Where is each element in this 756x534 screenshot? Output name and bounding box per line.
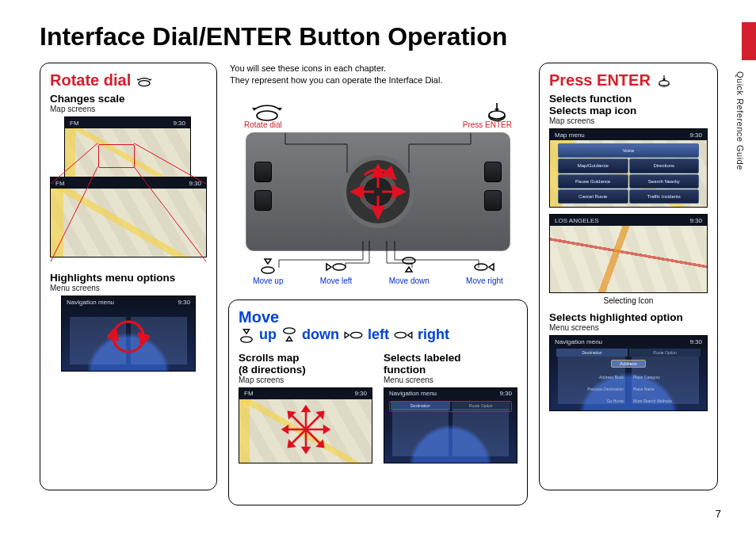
press-heading-text: Press ENTER (549, 71, 651, 90)
rotate-heading: Rotate dial (50, 71, 207, 90)
dial-diagram: Rotate dial Press ENTER (228, 101, 528, 292)
nav-center-address: Address (611, 360, 646, 368)
move-right-icon (394, 328, 413, 342)
dial-direction-arrows (350, 164, 406, 219)
nav-item: Go Home (555, 399, 624, 403)
selects-function-title: Selects function (549, 93, 708, 105)
move-directions-row: up down left right (239, 326, 517, 344)
rotate-icon (249, 101, 285, 122)
svg-point-6 (403, 257, 415, 264)
selects-highlighted-title: Selects highlighted option (549, 311, 708, 323)
selects-labeled-title2: function (384, 364, 517, 376)
side-tab (742, 22, 756, 60)
status-time: 9:30 (178, 299, 190, 306)
move-panel: Move up down left right Scrolls map (8 d… (228, 299, 528, 505)
nav-item: Address Book (555, 375, 624, 380)
map-zoomed-in: FM9:30 (50, 177, 207, 257)
press-heading: Press ENTER (549, 71, 708, 90)
svg-point-1 (257, 111, 277, 120)
rotate-icon (136, 74, 153, 88)
nav-item: Place Name (633, 387, 702, 391)
map-menu-traffic: Traffic Incidents (629, 189, 700, 204)
status-time: 9:30 (499, 390, 512, 397)
rotate-dial-panel: Rotate dial Changes scale Map screens FM… (40, 63, 217, 490)
svg-point-10 (350, 332, 361, 338)
move-down-icon (281, 326, 297, 344)
svg-point-5 (333, 264, 346, 270)
nav-tab-route: Route Option (629, 349, 701, 357)
status-time: 9:30 (689, 338, 702, 345)
move-down-icon (400, 256, 418, 275)
rotate-heading-text: Rotate dial (50, 71, 131, 90)
highlights-menu-context: Menu screens (50, 284, 207, 292)
move-left-icon (344, 328, 363, 342)
nav-item: Place Category (633, 375, 702, 380)
svg-point-4 (262, 267, 274, 273)
page-number: 7 (716, 508, 721, 520)
status-fm: FM (70, 120, 79, 127)
eight-direction-arrows (278, 402, 334, 457)
move-right-icon (474, 259, 494, 275)
nav-menu-bar-title: Navigation menu (67, 299, 114, 306)
status-time: 9:30 (689, 132, 702, 139)
dir-right: right (418, 326, 449, 343)
map-menu-guidance: Map/Guidance (558, 158, 628, 173)
svg-point-8 (241, 337, 253, 342)
press-sec1-context: Map screens (549, 116, 708, 125)
status-time: 9:30 (189, 180, 201, 187)
intro-text: You will see these icons in each chapter… (228, 63, 528, 87)
dir-left: left (368, 326, 389, 343)
status-time: 9:30 (173, 120, 185, 127)
map-scroll-shot: FM9:30 (239, 387, 372, 463)
selecting-icon-caption: Selecting Icon (549, 296, 708, 305)
dir-down: down (302, 326, 339, 343)
move-up-icon (239, 326, 254, 344)
map-menu-buttons: Voice Map/Guidance Directions Pause Guid… (550, 140, 707, 207)
la-title: LOS ANGELES (555, 217, 599, 224)
svg-point-7 (475, 264, 487, 270)
changes-scale-context: Map screens (50, 105, 207, 113)
map-menu-bar-title: Map menu (555, 132, 585, 139)
page-title: Interface Dial/ENTER Button Operation (40, 22, 724, 51)
scrolls-map-context: Map screens (239, 376, 372, 384)
move-heading-text: Move (239, 308, 279, 326)
dial-cluster-photo (246, 132, 510, 251)
move-up-label: Move up (253, 277, 283, 285)
nav-menu-bar-title: Navigation menu (389, 390, 437, 397)
intro-line1: You will see these icons in each chapter… (230, 63, 526, 74)
press-enter-label: Press ENTER (463, 120, 512, 129)
map-menu-cancel: Cancel Route (558, 189, 628, 204)
svg-point-11 (395, 332, 406, 338)
status-time: 9:30 (354, 390, 367, 397)
selects-labeled-context: Menu screens (384, 376, 517, 384)
svg-point-0 (139, 80, 150, 86)
map-menu-pause: Pause Guidance (558, 174, 628, 189)
move-left-icon (326, 259, 346, 275)
move-heading: Move (239, 308, 517, 326)
side-label: Quick Reference Guide (735, 71, 745, 170)
map-menu-shot: Map menu9:30 Voice Map/Guidance Directio… (549, 128, 708, 208)
selects-map-icon-title: Selects map icon (549, 105, 708, 116)
nav-item: Previous Destination (555, 387, 624, 391)
move-left-label: Move left (320, 277, 353, 285)
nav-menu-bar-title: Navigation menu (555, 338, 602, 345)
la-map-shot: LOS ANGELES9:30 (549, 214, 708, 293)
map-menu-voice: Voice (558, 143, 699, 158)
move-right-label: Move right (466, 277, 503, 285)
press-sec2-context: Menu screens (549, 323, 708, 332)
nav-menu-press-shot: Navigation menu9:30 Destination Route Op… (549, 335, 708, 411)
nav-item: More Search Methods (633, 399, 702, 403)
svg-point-13 (659, 80, 669, 85)
dir-up: up (259, 326, 277, 343)
status-time: 9:30 (689, 217, 702, 224)
status-fm: FM (244, 390, 254, 397)
status-fm: FM (55, 180, 65, 187)
highlights-menu-title: Highlights menu options (50, 272, 207, 284)
scrolls-map-title: Scrolls map (239, 352, 372, 364)
svg-point-9 (284, 328, 296, 334)
rotate-swirl-icon (107, 315, 150, 358)
scrolls-map-title2: (8 directions) (239, 364, 372, 376)
svg-point-3 (489, 111, 505, 119)
press-enter-panel: Press ENTER Selects function Selects map… (539, 63, 718, 490)
intro-line2: They represent how you can operate the I… (230, 74, 526, 86)
